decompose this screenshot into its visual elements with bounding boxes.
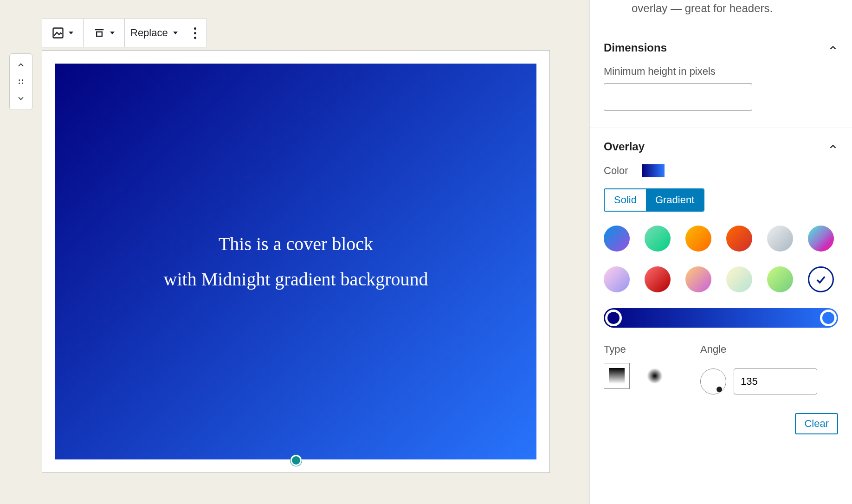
chevron-up-icon (16, 60, 26, 70)
gradient-type-radial[interactable] (642, 363, 668, 389)
block-mover (9, 53, 32, 110)
type-label: Type (604, 343, 668, 355)
move-up-button[interactable] (13, 57, 29, 73)
chevron-down-icon (68, 30, 74, 36)
gradient-type-linear[interactable] (604, 363, 630, 389)
gradient-preset-light-green-cyan-to-vivid-green-cyan[interactable] (645, 226, 671, 252)
color-mode-tabs: Solid Gradient (604, 188, 704, 212)
block-type-button[interactable] (48, 19, 77, 47)
gradient-bar[interactable] (604, 308, 838, 328)
check-icon (814, 273, 827, 286)
gradient-preset-cool-to-warm-spectrum[interactable] (808, 226, 834, 252)
replace-button[interactable]: Replace (130, 27, 178, 39)
dimensions-panel-toggle[interactable]: Dimensions (604, 41, 838, 54)
gradient-preset-blush-light-purple[interactable] (604, 266, 630, 292)
block-description: overlay — great for headers. (590, 0, 852, 29)
cover-text-line: This is a cover block (164, 226, 428, 262)
svg-marker-5 (69, 32, 73, 34)
drag-handle[interactable] (13, 73, 29, 90)
angle-input[interactable] (734, 368, 817, 394)
svg-point-2 (19, 83, 20, 84)
svg-marker-8 (110, 32, 115, 34)
cover-block-icon (52, 26, 65, 39)
resize-handle[interactable] (290, 455, 302, 466)
overlay-panel-toggle[interactable]: Overlay (604, 140, 838, 153)
chevron-up-icon (828, 142, 838, 152)
clear-button[interactable]: Clear (795, 413, 838, 434)
dot-icon (194, 37, 196, 39)
angle-dial[interactable] (700, 368, 726, 394)
tab-solid[interactable]: Solid (605, 189, 646, 211)
gradient-preset-very-light-gray-to-cyan-bluish-gray[interactable] (767, 226, 793, 252)
dot-icon (194, 27, 196, 30)
gradient-preset-pale-ocean[interactable] (726, 266, 752, 292)
tab-gradient[interactable]: Gradient (646, 189, 704, 211)
align-icon (93, 26, 106, 39)
svg-marker-9 (173, 32, 178, 34)
dimensions-panel: Dimensions Minimum height in pixels (590, 29, 852, 128)
color-label: Color (604, 165, 628, 177)
svg-rect-7 (97, 32, 102, 36)
gradient-preset-custom[interactable] (808, 266, 834, 292)
svg-point-0 (19, 79, 20, 81)
chevron-down-icon (110, 30, 115, 36)
svg-point-3 (22, 83, 23, 84)
cover-block[interactable]: This is a cover block with Midnight grad… (42, 50, 550, 473)
cover-background: This is a cover block with Midnight grad… (55, 64, 536, 459)
gradient-presets (604, 226, 838, 292)
current-color-swatch[interactable] (642, 164, 665, 177)
gradient-preset-luminous-dusk[interactable] (685, 266, 711, 292)
panel-title: Overlay (604, 140, 645, 153)
replace-button-label: Replace (130, 27, 168, 39)
min-height-input[interactable] (604, 83, 752, 111)
panel-title: Dimensions (604, 41, 667, 54)
min-height-label: Minimum height in pixels (604, 65, 838, 78)
block-toolbar: Replace (42, 19, 207, 47)
svg-point-1 (22, 79, 23, 81)
chevron-down-icon (16, 94, 26, 103)
settings-sidebar: overlay — great for headers. Dimensions … (589, 0, 852, 504)
linear-icon (609, 368, 625, 384)
cover-text-line: with Midnight gradient background (164, 262, 428, 297)
cover-text[interactable]: This is a cover block with Midnight grad… (164, 226, 428, 297)
chevron-down-icon (173, 30, 178, 36)
radial-icon (647, 368, 663, 384)
align-button[interactable] (89, 19, 119, 47)
angle-label: Angle (700, 343, 817, 355)
more-options-button[interactable] (190, 19, 201, 47)
gradient-preset-blush-bordeaux[interactable] (645, 266, 671, 292)
gradient-stop-end[interactable] (820, 310, 837, 326)
gradient-preset-luminous-vivid-orange-to-vivid-red[interactable] (726, 226, 752, 252)
gradient-preset-electric-grass[interactable] (767, 266, 793, 292)
gradient-preset-luminous-vivid-amber-to-orange[interactable] (685, 226, 711, 252)
gradient-stop-start[interactable] (605, 310, 622, 326)
dot-icon (194, 32, 196, 34)
drag-icon (16, 77, 26, 86)
move-down-button[interactable] (13, 90, 29, 107)
gradient-preset-vivid-cyan-blue-to-vivid-purple[interactable] (604, 226, 630, 252)
overlay-panel: Overlay Color Solid Gradient Type (590, 128, 852, 451)
angle-marker-icon (716, 387, 722, 392)
chevron-up-icon (828, 43, 838, 53)
